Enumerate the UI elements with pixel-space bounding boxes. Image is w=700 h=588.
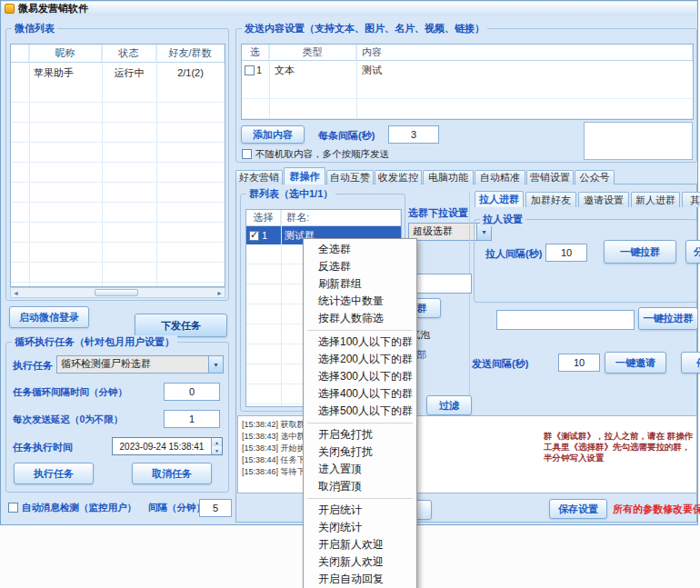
menu-item-stats-off[interactable]: 关闭统计: [305, 519, 415, 536]
chevron-down-icon[interactable]: [208, 356, 223, 373]
scrollbar-thumb[interactable]: [95, 289, 138, 296]
grid-rows: [242, 79, 693, 119]
menu-item-select-under-400[interactable]: 选择400人以下的群: [305, 385, 415, 403]
content-table[interactable]: 选 类型 内容 1 文本 测试: [241, 44, 694, 120]
batch-pull-button[interactable]: 分批拉群: [685, 240, 700, 264]
menu-item-pin[interactable]: 进入置顶: [305, 461, 415, 478]
menu-item-select-under-300[interactable]: 选择300人以下的群: [305, 368, 415, 385]
menu-item-mute-on[interactable]: 开启免打扰: [305, 426, 415, 443]
send-interval-input[interactable]: [558, 354, 600, 372]
content-row-index: 1: [256, 65, 262, 75]
pull-settings-groupbox: 拉人设置 拉人间隔(秒) 一键拉群 分批拉群: [474, 219, 697, 303]
rtab-add-group-friends[interactable]: 加群好友: [525, 192, 576, 207]
menu-item-welcome-off[interactable]: 关闭新人欢迎: [305, 553, 415, 571]
save-settings-button[interactable]: 保存设置: [549, 499, 607, 519]
random-label: 不随机取内容，多个按顺序发送: [255, 148, 389, 161]
menu-item-select-all[interactable]: 全选群: [305, 241, 415, 258]
group-col-name: 群名:: [281, 210, 401, 225]
pull-interval-input[interactable]: [545, 244, 587, 262]
menu-item-stats-on[interactable]: 开启统计: [305, 502, 415, 519]
wechat-list-groupbox: 微信列表 昵称 状态 好友/群数 苹果助手 运行中 2/1(2): [5, 28, 229, 301]
app-icon: [5, 4, 15, 14]
rtab-pull-into-group[interactable]: 拉人进群: [475, 191, 524, 207]
window-title: 微易发营销软件: [18, 2, 88, 15]
loop-interval-label: 任务循环间隔时间（分钟）: [13, 386, 127, 399]
menu-item-count-selected[interactable]: 统计选中数量: [305, 293, 415, 310]
exec-time-value: 2023-09-24 15:38:41: [113, 438, 211, 454]
group-context-menu[interactable]: 全选群 反选群 刷新群组 统计选中数量 按群人数筛选 选择100人以下的群 选择…: [303, 238, 417, 588]
exec-time-label: 任务执行时间: [13, 441, 73, 454]
scroll-left-icon[interactable]: [11, 288, 21, 297]
dispatch-task-button[interactable]: 下发任务: [135, 314, 227, 337]
tab-friend-marketing[interactable]: 好友营销: [235, 170, 283, 184]
menu-item-select-under-500[interactable]: 选择500人以下的群: [305, 403, 415, 420]
start-wechat-login-button[interactable]: 启动微信登录: [9, 306, 89, 328]
menu-item-invert-select[interactable]: 反选群: [305, 258, 415, 275]
menu-item-mute-off[interactable]: 关闭免打扰: [305, 443, 415, 461]
task-type-select[interactable]: 循环检测僵尸粉选群: [56, 355, 224, 374]
group-select-value: 超级选群: [409, 224, 476, 240]
tab-auto-like[interactable]: 自动互赞: [326, 170, 374, 184]
horizontal-scrollbar[interactable]: [10, 287, 225, 298]
stop-button[interactable]: 停止: [681, 352, 700, 374]
cancel-task-button[interactable]: 取消任务: [132, 463, 212, 484]
log-warning-text: 群《测试群》，拉人之前，请在 群操作 工具里《选择群》先勾选需要拉的群，半分钟写…: [544, 431, 695, 463]
loop-interval-input[interactable]: [164, 383, 220, 401]
rtab-invite-settings[interactable]: 邀请设置: [578, 192, 629, 207]
content-col-select: 选: [242, 45, 269, 60]
gap-label: 每条间隔(秒): [318, 129, 375, 143]
group-row-index: 1: [262, 230, 267, 241]
content-col-content: 内容: [356, 45, 693, 60]
scroll-right-icon[interactable]: [215, 288, 225, 297]
account-count: 2/1(2): [156, 67, 225, 78]
menu-item-welcome-on[interactable]: 开启新人欢迎: [305, 536, 415, 553]
filter-button[interactable]: 过滤: [426, 395, 472, 415]
tab-pc-functions[interactable]: 电脑功能: [423, 170, 474, 184]
invite-button[interactable]: 一键邀请: [605, 352, 666, 374]
account-col-status: 状态: [102, 45, 156, 62]
tab-message-monitor[interactable]: 收发监控: [375, 170, 422, 184]
send-delay-label: 每次发送延迟（0为不限）: [13, 414, 123, 426]
menu-item-filter-by-size[interactable]: 按群人数筛选: [305, 310, 415, 327]
menu-item-unpin[interactable]: 取消置顶: [305, 478, 415, 495]
pull-all-button[interactable]: 一键拉群: [604, 240, 676, 264]
run-task-button[interactable]: 执行任务: [14, 463, 94, 484]
menu-item-autoreply-on[interactable]: 开启自动回复: [305, 571, 415, 588]
time-spinner[interactable]: [211, 438, 222, 454]
gap-input[interactable]: [388, 125, 439, 144]
pull-target-input[interactable]: [496, 310, 635, 330]
menu-item-refresh-groups[interactable]: 刷新群组: [305, 275, 415, 293]
send-delay-input[interactable]: [164, 410, 220, 428]
loop-task-groupbox: 循环执行任务（针对包月用户设置） 执行任务 循环检测僵尸粉选群 任务循环间隔时间…: [5, 342, 229, 493]
spin-up-icon[interactable]: [212, 438, 222, 446]
wechat-list-label: 微信列表: [12, 22, 57, 35]
wechat-account-table[interactable]: 昵称 状态 好友/群数 苹果助手 运行中 2/1(2): [10, 44, 225, 287]
group-col-select: 选择: [246, 210, 281, 225]
tab-group-operation[interactable]: 群操作: [284, 167, 325, 184]
group-row-checkbox[interactable]: [249, 231, 259, 241]
add-content-button[interactable]: 添加内容: [241, 125, 305, 144]
monitor-interval-input[interactable]: [199, 499, 232, 517]
send-interval-label: 发送间隔(秒): [472, 357, 528, 371]
table-row[interactable]: 苹果助手 运行中 2/1(2): [11, 63, 225, 83]
pull-into-group-button[interactable]: 一键拉进群: [638, 307, 698, 330]
random-checkbox[interactable]: [242, 149, 252, 159]
spin-down-icon[interactable]: [212, 446, 222, 454]
group-select-combo-label: 选群下拉设置: [408, 206, 468, 220]
pull-interval-label: 拉人间隔(秒): [485, 247, 542, 261]
loop-task-label: 循环执行任务（针对包月用户设置）: [12, 335, 177, 349]
auto-monitor-checkbox[interactable]: [8, 503, 18, 513]
content-row-content: 测试: [356, 64, 693, 77]
exec-time-picker[interactable]: 2023-09-24 15:38:41: [112, 437, 223, 455]
tab-official-account[interactable]: 公众号: [575, 170, 615, 184]
title-bar[interactable]: 微易发营销软件: [2, 2, 696, 15]
content-row-checkbox[interactable]: [245, 65, 255, 75]
menu-item-select-under-200[interactable]: 选择200人以下的群: [305, 351, 415, 368]
rtab-newcomer[interactable]: 新人进群: [631, 192, 680, 207]
menu-item-select-under-100[interactable]: 选择100人以下的群: [305, 334, 415, 351]
content-col-type: 类型: [269, 45, 356, 60]
tab-auto-precise[interactable]: 自动精准: [475, 170, 525, 184]
tab-marketing-settings[interactable]: 营销设置: [526, 170, 574, 184]
rtab-other[interactable]: 其他: [682, 192, 700, 207]
table-row[interactable]: 1 文本 测试: [242, 61, 693, 79]
